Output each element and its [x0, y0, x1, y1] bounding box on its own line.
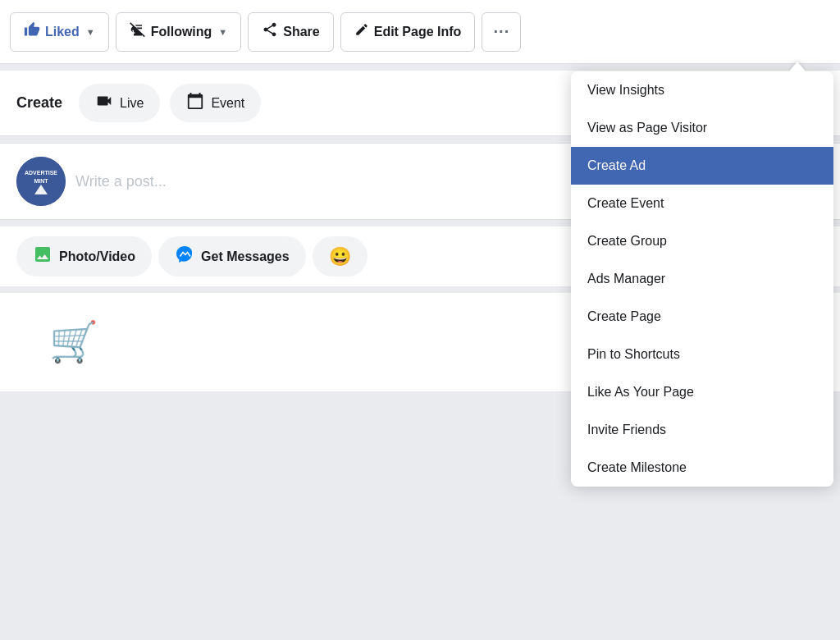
dropdown-item-invite-friends[interactable]: Invite Friends	[571, 411, 833, 449]
dropdown-item-view-insights[interactable]: View Insights	[571, 71, 833, 109]
dropdown-item-like-as-your-page[interactable]: Like As Your Page	[571, 373, 833, 411]
dropdown-item-create-milestone[interactable]: Create Milestone	[571, 449, 833, 487]
dropdown-menu: View InsightsView as Page VisitorCreate …	[571, 71, 833, 487]
dropdown-item-pin-to-shortcuts[interactable]: Pin to Shortcuts	[571, 336, 833, 373]
dropdown-item-create-group[interactable]: Create Group	[571, 222, 833, 260]
dropdown-item-ads-manager[interactable]: Ads Manager	[571, 260, 833, 298]
dropdown-overlay: View InsightsView as Page VisitorCreate …	[0, 0, 840, 640]
dropdown-arrow	[789, 62, 806, 71]
dropdown-item-view-as-page-visitor[interactable]: View as Page Visitor	[571, 109, 833, 147]
dropdown-item-create-event[interactable]: Create Event	[571, 185, 833, 222]
dropdown-item-create-page[interactable]: Create Page	[571, 298, 833, 336]
dropdown-item-create-ad[interactable]: Create Ad	[571, 147, 833, 185]
